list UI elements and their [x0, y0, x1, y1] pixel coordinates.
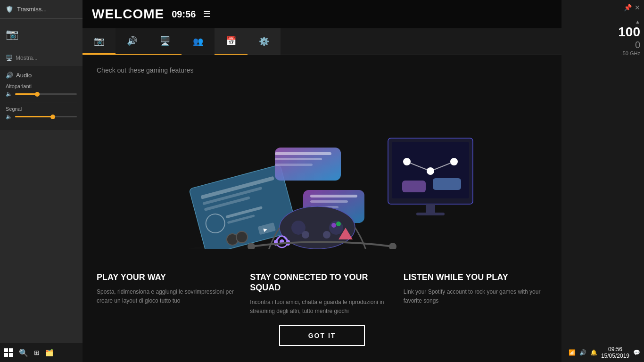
modal-clock: 09:56: [172, 9, 196, 20]
notification-icon: 🔔: [590, 349, 597, 356]
display-icon: 🖥️: [160, 36, 170, 46]
got-it-row: GOT IT: [97, 325, 547, 351]
svg-rect-58: [426, 204, 435, 214]
feature-card-0: PLAY YOUR WAY Sposta, ridimensiona e agg…: [97, 272, 240, 316]
perf-header: 📌 ✕: [561, 0, 644, 15]
svg-rect-67: [9, 353, 13, 357]
perf-value1: 100: [565, 25, 640, 40]
svg-rect-32: [275, 164, 313, 166]
signal-icon: 🔈: [6, 114, 12, 120]
left-panel-camera-row: 📷: [0, 19, 83, 50]
settings-icon: ⚙️: [259, 36, 269, 47]
svg-point-42: [302, 231, 309, 239]
left-panel-monitor-row: 🖥️ Mostra...: [0, 50, 83, 66]
left-panel-audio: 🔊 Audio Altoparlanti 🔈 Segnal 🔈: [0, 66, 83, 130]
feature-desc-1: Incontra i tuoi amici, chatta e guarda l…: [250, 298, 394, 316]
modal-subtitle: Check out these gaming features: [97, 66, 547, 74]
monitor-icon: 🖥️: [6, 55, 13, 61]
social-icon: 👥: [193, 36, 203, 47]
tab-audio[interactable]: 🔊: [116, 28, 149, 55]
pin-icon[interactable]: 📌: [624, 4, 632, 11]
svg-point-41: [336, 222, 341, 226]
hero-illustration: ▶: [97, 83, 547, 272]
signal-handle: [50, 115, 55, 119]
svg-rect-65: [9, 348, 13, 352]
svg-rect-34: [310, 195, 357, 197]
got-it-button[interactable]: GOT IT: [279, 325, 365, 346]
audio-icon: 🔊: [6, 72, 13, 79]
tab-settings[interactable]: ⚙️: [248, 28, 281, 55]
task-view-button[interactable]: ⊞: [34, 349, 40, 356]
speaker-label: Altoparlanti: [6, 83, 77, 89]
svg-rect-64: [4, 348, 8, 352]
svg-rect-66: [4, 353, 8, 357]
wifi-icon: 📶: [569, 349, 576, 356]
camera-icon: 🛡️: [6, 6, 13, 13]
svg-point-39: [329, 221, 343, 235]
audio-tab-icon: 🔊: [127, 36, 137, 46]
taskbar-app-icon[interactable]: 🗂️: [45, 349, 53, 356]
tab-capture[interactable]: 📷: [83, 28, 116, 55]
speaker-track[interactable]: [15, 93, 77, 95]
svg-rect-31: [275, 158, 322, 160]
taskbar-clock: 09:56: [601, 346, 629, 353]
perf-value2: 0: [565, 40, 640, 50]
search-button[interactable]: 🔍: [19, 348, 28, 357]
perf-freq: .50 GHz: [565, 50, 640, 56]
calendar-icon: 📅: [226, 36, 236, 46]
audio-label-text: Audio: [16, 72, 32, 79]
left-panel: 🛡️ Trasmiss... 📷 🖥️ Mostra... 🔊 Audio Al…: [0, 0, 83, 343]
svg-point-43: [323, 231, 330, 239]
close-icon[interactable]: ✕: [635, 4, 640, 11]
signal-fill: [15, 116, 55, 117]
svg-rect-35: [310, 200, 348, 203]
feature-title-0: PLAY YOUR WAY: [97, 272, 240, 283]
monitor-label: Mostra...: [16, 55, 38, 61]
feature-card-1: STAY CONNECTED TO YOUR SQUAD Incontra i …: [250, 272, 394, 316]
speaker-slider-row: 🔈: [6, 91, 77, 97]
right-panel: 📌 ✕ ▲ 100 0 .50 GHz: [561, 0, 644, 343]
taskbar-right: 📶 🔊 🔔 09:56 15/05/2019 💬: [569, 346, 640, 360]
taskbar-time-display: 09:56 15/05/2019: [601, 346, 629, 360]
signal-label: Segnal: [6, 106, 77, 112]
modal-content: Check out these gaming features: [83, 55, 561, 362]
feature-desc-0: Sposta, ridimensiona e aggiungi le sovri…: [97, 288, 240, 305]
perf-data: ▲ 100 0 .50 GHz: [561, 15, 644, 60]
svg-point-61: [236, 231, 248, 243]
svg-rect-59: [416, 213, 445, 215]
hamburger-icon[interactable]: ☰: [203, 9, 211, 19]
feature-title-1: STAY CONNECTED TO YOUR SQUAD: [250, 272, 394, 293]
speaker-icon: 🔈: [6, 91, 12, 97]
modal-title: WELCOME: [92, 7, 164, 22]
feature-title-2: LISTEN WHILE YOU PLAY: [404, 272, 547, 283]
modal-overlay: WELCOME 09:56 ☰ 📷 🔊 🖥️ 👥 📅 ⚙️ Check out …: [83, 0, 561, 362]
feature-cards: PLAY YOUR WAY Sposta, ridimensiona e agg…: [97, 272, 547, 316]
left-panel-header: 🛡️ Trasmiss...: [0, 0, 83, 19]
svg-point-40: [331, 223, 336, 228]
volume-icon: 🔊: [579, 349, 586, 356]
speaker-handle: [35, 92, 40, 97]
signal-track[interactable]: [15, 116, 77, 117]
taskbar-left: 🔍 ⊞ 🗂️: [4, 348, 53, 357]
signal-slider-row: 🔈: [6, 114, 77, 120]
taskbar-date: 15/05/2019: [601, 353, 629, 359]
capture-icon: 📷: [94, 36, 104, 46]
svg-point-63: [389, 243, 396, 249]
svg-rect-57: [433, 178, 461, 190]
tab-social[interactable]: 👥: [182, 28, 215, 55]
svg-rect-30: [275, 152, 331, 155]
tab-calendar[interactable]: 📅: [215, 28, 248, 55]
camera-icon-2: 📷: [6, 28, 18, 41]
audio-divider: [6, 102, 77, 102]
svg-rect-56: [402, 181, 426, 192]
left-panel-title: Trasmiss...: [17, 6, 47, 13]
modal-topbar: WELCOME 09:56 ☰: [83, 0, 561, 28]
action-center-icon[interactable]: 💬: [633, 349, 640, 356]
audio-title: 🔊 Audio: [6, 72, 77, 79]
modal-tabs: 📷 🔊 🖥️ 👥 📅 ⚙️: [83, 28, 561, 55]
tab-display[interactable]: 🖥️: [149, 28, 182, 55]
start-button[interactable]: [4, 348, 13, 357]
feature-desc-2: Link your Spotify account to rock your g…: [404, 288, 547, 305]
feature-card-2: LISTEN WHILE YOU PLAY Link your Spotify …: [404, 272, 547, 316]
topbar-left: WELCOME 09:56 ☰: [92, 7, 211, 22]
